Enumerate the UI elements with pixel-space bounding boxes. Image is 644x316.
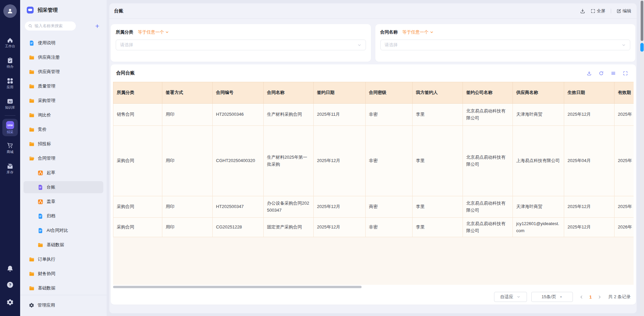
sidebar-item-archive[interactable]: 归档 bbox=[23, 210, 103, 222]
notification-bell-icon[interactable] bbox=[6, 265, 14, 272]
expand-icon[interactable] bbox=[623, 71, 628, 76]
sidebar-item-supplier-manage[interactable]: 供应商管理 bbox=[23, 66, 103, 78]
contract-name-select[interactable]: 请选择 bbox=[380, 40, 631, 50]
table-row[interactable]: 采购合同 用印 HT202500347 办公设备采购合同202500347 20… bbox=[113, 196, 634, 218]
sidebar-item-tendering[interactable]: 招投标 bbox=[23, 138, 103, 150]
page-title: 台账 bbox=[114, 8, 123, 14]
fit-mode-select[interactable]: 自适应 bbox=[494, 292, 527, 302]
settings-gear-icon[interactable] bbox=[6, 299, 14, 306]
sidebar-item-supplier-register[interactable]: 供应商注册 bbox=[23, 51, 103, 63]
folder-icon bbox=[29, 127, 35, 133]
table-cell: 2025年12月 bbox=[314, 126, 366, 196]
vertical-scrollbar bbox=[640, 0, 644, 316]
rail-item-label: 应用 bbox=[7, 86, 13, 89]
table-cell: 2026年 bbox=[614, 218, 634, 237]
table-cell: 天津海叶商贸 bbox=[513, 196, 564, 218]
sidebar-item-base-data-contract[interactable]: 基础数据 bbox=[23, 239, 103, 251]
table-row[interactable]: 采购合同 用印 CG20251228 固定资产采购合同 2025年12月 非密 … bbox=[113, 218, 634, 237]
table-cell: 用印 bbox=[162, 196, 213, 218]
edit-button[interactable]: 编辑 bbox=[616, 8, 631, 14]
doc-blue-icon bbox=[38, 213, 43, 219]
next-page-button[interactable] bbox=[595, 292, 604, 302]
edit-pencil-icon bbox=[616, 9, 621, 13]
app-title: 招采管理 bbox=[38, 7, 58, 13]
table-cell: 北京易点易动科技有限公司 bbox=[463, 126, 513, 196]
manage-apps-button[interactable]: 管理应用 bbox=[20, 299, 107, 311]
fullscreen-button[interactable]: 全屏 bbox=[591, 8, 605, 14]
folder-icon bbox=[29, 69, 35, 75]
org-orange-icon bbox=[38, 199, 43, 205]
header-cell: 签约日期 bbox=[314, 82, 366, 104]
knowledge-ai-icon bbox=[7, 98, 13, 105]
refresh-icon[interactable] bbox=[599, 71, 604, 76]
rail-item-workbench[interactable]: 工作台 bbox=[0, 34, 20, 51]
app-logo-icon bbox=[26, 6, 34, 14]
table-cell: 2025年12月 bbox=[564, 218, 614, 237]
table-cell: 2025年12月 bbox=[314, 218, 366, 237]
header-cell: 有效期 bbox=[614, 82, 634, 104]
scroll-indicator-handle[interactable] bbox=[640, 43, 644, 52]
sidebar-item-contract-manage[interactable]: 合同管理 bbox=[23, 152, 103, 164]
help-icon[interactable] bbox=[6, 281, 14, 288]
rail-item-knowledge[interactable]: 知识库 bbox=[0, 95, 20, 112]
user-avatar[interactable] bbox=[3, 4, 17, 18]
prev-page-button[interactable] bbox=[577, 292, 586, 302]
doc-purple-icon bbox=[38, 185, 43, 190]
table-row[interactable]: 采购合同 用印 CGHT20250400320 生产材料2025年第一批采购 2… bbox=[113, 126, 634, 196]
folder-icon bbox=[29, 257, 35, 262]
doc-blue-icon bbox=[29, 40, 35, 46]
table-cell: 北京易点易动科技有限公司 bbox=[463, 196, 513, 218]
table-cell: 采购合同 bbox=[113, 196, 162, 218]
table-cell: 用印 bbox=[162, 126, 213, 196]
table-cell: 李里 bbox=[413, 104, 463, 126]
home-icon bbox=[7, 37, 13, 43]
sidebar-item-finance-collab[interactable]: 财务协同 bbox=[23, 268, 103, 280]
sidebar-item-base-data[interactable]: 基础数据 bbox=[23, 282, 103, 294]
vertical-scrollbar-thumb[interactable] bbox=[641, 1, 643, 41]
filter-condition-dropdown[interactable]: 等于任意一个 bbox=[138, 29, 169, 35]
rail-item-apps[interactable]: 应用 bbox=[0, 74, 20, 92]
header-cell: 所属分类 bbox=[113, 82, 162, 104]
table-cell: 2025年04月 bbox=[564, 126, 614, 196]
table-cell: 2025年 bbox=[614, 126, 634, 196]
rail-item-label: 库存 bbox=[7, 171, 13, 174]
download-icon[interactable] bbox=[587, 71, 592, 76]
add-button[interactable]: + bbox=[95, 22, 99, 30]
filter-condition-dropdown[interactable]: 等于任意一个 bbox=[402, 29, 434, 35]
sidebar-item-inquiry[interactable]: 询比价 bbox=[23, 109, 103, 121]
sidebar-item-seal[interactable]: 盖章 bbox=[23, 196, 103, 208]
chevron-down-icon bbox=[622, 43, 626, 47]
sidebar-item-order-execution[interactable]: 订单执行 bbox=[23, 253, 103, 265]
list-view-icon[interactable] bbox=[611, 71, 616, 76]
rail-item-todo[interactable]: 待办 bbox=[0, 54, 20, 71]
chevron-right-icon bbox=[597, 295, 602, 299]
page-number[interactable]: 1 bbox=[586, 295, 595, 300]
org-orange-icon bbox=[38, 170, 43, 176]
table-row[interactable]: 销售合同 用印 HT202500346 生产材料采购合同 2025年11月 非密… bbox=[113, 104, 634, 126]
sidebar-item-ledger[interactable]: 台账 bbox=[23, 181, 103, 193]
sidebar-item-draft[interactable]: 起草 bbox=[23, 167, 103, 179]
sidebar-item-quality[interactable]: 质量管理 bbox=[23, 80, 103, 92]
total-records-label: 共 2 条记录 bbox=[608, 294, 631, 300]
rail-item-label: 待办 bbox=[7, 65, 13, 68]
download-icon[interactable] bbox=[580, 8, 585, 14]
table-cell: 办公设备采购合同202500347 bbox=[264, 196, 314, 218]
chevron-down-icon bbox=[430, 30, 434, 34]
page-size-select[interactable]: 15条/页 ▼ bbox=[531, 292, 573, 302]
rail-item-srm[interactable]: SRM 招采 bbox=[2, 119, 18, 136]
search-input[interactable] bbox=[35, 23, 72, 28]
rail-item-inventory[interactable]: 库存 bbox=[0, 160, 20, 177]
table-cell: 2025年11月 bbox=[314, 104, 366, 126]
todo-icon bbox=[7, 57, 13, 64]
triangle-down-icon: ▼ bbox=[560, 296, 562, 299]
sidebar-item-bidding-price[interactable]: 竞价 bbox=[23, 123, 103, 136]
rail-item-mall[interactable]: 商城 bbox=[0, 139, 20, 157]
sidebar-search[interactable] bbox=[25, 21, 76, 31]
category-select[interactable]: 请选择 bbox=[116, 40, 366, 50]
folder-icon bbox=[29, 271, 35, 277]
sidebar-item-procurement[interactable]: 采购管理 bbox=[23, 95, 103, 107]
sidebar-item-ai-contract-compare[interactable]: AI合同对比 bbox=[23, 224, 103, 236]
sidebar: 招采管理 + 使用说明 供应商注册 供应商管理 质量管理 采购管理 bbox=[20, 0, 107, 316]
sidebar-item-usage-guide[interactable]: 使用说明 bbox=[23, 37, 103, 49]
horizontal-scrollbar-thumb[interactable] bbox=[113, 286, 362, 288]
